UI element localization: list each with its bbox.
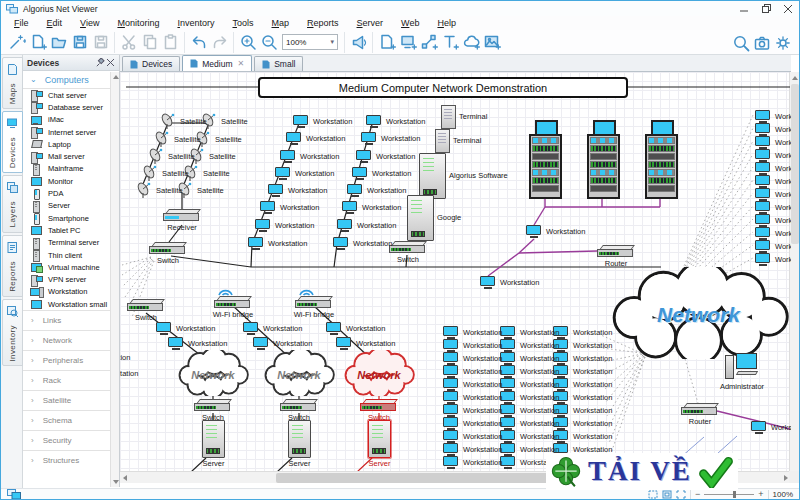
device-item-laptop[interactable]: Laptop	[23, 138, 119, 150]
node-workstation[interactable]	[255, 219, 272, 233]
sidebar-tab-maps[interactable]: Maps	[2, 57, 23, 109]
add-image-button[interactable]	[481, 32, 502, 53]
open-button[interactable]	[48, 32, 69, 53]
zoom-level-select[interactable]: 100%▾	[282, 34, 338, 50]
node-workstation[interactable]	[500, 391, 517, 405]
node-switch[interactable]	[127, 299, 165, 312]
node-workstation[interactable]	[755, 214, 772, 228]
section-network[interactable]: ›Network	[23, 330, 119, 350]
device-item-vpn-server[interactable]: VPN server	[23, 273, 119, 285]
node-rack[interactable]	[587, 134, 620, 199]
node-workstation[interactable]	[347, 184, 364, 198]
redo-button[interactable]	[209, 32, 230, 53]
node-switch[interactable]	[389, 241, 427, 254]
node-workstation[interactable]	[500, 326, 517, 340]
node-receiver[interactable]	[163, 209, 201, 222]
node-rack[interactable]	[529, 134, 562, 199]
node-network[interactable]: Network	[177, 350, 249, 400]
node-workstation[interactable]	[356, 150, 373, 164]
vertical-scroll-thumb[interactable]	[791, 84, 799, 244]
device-item-workstation[interactable]: Workstation	[23, 286, 119, 298]
node-workstation[interactable]	[333, 237, 350, 251]
node-terminal[interactable]	[441, 105, 456, 129]
node-network[interactable]: Network	[263, 350, 335, 400]
node-workstation[interactable]	[500, 365, 517, 379]
sidebar-tab-layers[interactable]: Layers	[2, 175, 23, 232]
node-workstation[interactable]	[443, 339, 460, 353]
node-switch[interactable]	[280, 399, 318, 412]
close-tab-icon[interactable]: ✕	[237, 60, 244, 68]
node-workstation[interactable]	[286, 132, 303, 146]
restore-button[interactable]	[757, 3, 775, 14]
node-router[interactable]	[681, 403, 719, 416]
device-item-pda[interactable]: PDA	[23, 187, 119, 199]
panel-close-icon[interactable]	[105, 58, 115, 68]
node-workstation[interactable]	[755, 201, 772, 215]
add-cloud-button[interactable]	[460, 32, 481, 53]
zoom-in-button[interactable]	[237, 32, 258, 53]
node-network[interactable]: Network	[343, 350, 415, 400]
node-switch[interactable]	[360, 399, 398, 412]
add-link-button[interactable]	[418, 32, 439, 53]
pin-icon[interactable]	[95, 58, 105, 68]
device-item-thin-client[interactable]: Thin client	[23, 249, 119, 261]
node-network[interactable]: Network	[601, 267, 791, 363]
node-server[interactable]	[368, 420, 391, 458]
node-satellite[interactable]	[135, 182, 153, 203]
fit-selection-icon[interactable]	[648, 490, 658, 499]
section-structures[interactable]: ›Structures	[23, 450, 119, 470]
node-workstation[interactable]	[500, 352, 517, 366]
menu-edit[interactable]: Edit	[38, 16, 72, 30]
node-workstation[interactable]	[443, 378, 460, 392]
menu-file[interactable]: File	[5, 16, 38, 30]
node-workstation[interactable]	[168, 337, 185, 351]
add-text-button[interactable]	[439, 32, 460, 53]
node-administrator[interactable]	[725, 353, 759, 381]
node-workstation[interactable]	[755, 253, 772, 267]
menu-monitoring[interactable]: Monitoring	[108, 16, 168, 30]
device-item-database-server[interactable]: Database server	[23, 101, 119, 113]
sidebar-tab-inventory[interactable]: Inventory	[2, 299, 23, 367]
node-workstation[interactable]	[260, 201, 277, 215]
node-workstation[interactable]	[443, 456, 460, 470]
settings-button[interactable]	[772, 32, 793, 53]
section-security[interactable]: ›Security	[23, 430, 119, 450]
node-workstation[interactable]	[443, 430, 460, 444]
device-item-monitor[interactable]: Monitor	[23, 175, 119, 187]
node-workstation[interactable]	[755, 240, 772, 254]
node-rack[interactable]	[645, 134, 678, 199]
node-workstation[interactable]	[751, 421, 768, 435]
menu-tools[interactable]: Tools	[223, 16, 262, 30]
section-computers[interactable]: ⌄ Computers	[23, 71, 119, 88]
node-workstation[interactable]	[443, 365, 460, 379]
node-workstation[interactable]	[500, 378, 517, 392]
device-item-internet-server[interactable]: Internet server	[23, 126, 119, 138]
zoom-out-button[interactable]	[258, 32, 279, 53]
section-rack[interactable]: ›Rack	[23, 370, 119, 390]
new-map-button[interactable]	[27, 32, 48, 53]
device-item-mainframe[interactable]: Mainframe	[23, 163, 119, 175]
zoom-out-minus[interactable]: −	[695, 490, 700, 499]
node-workstation[interactable]	[443, 443, 460, 457]
screenshot-button[interactable]	[751, 32, 772, 53]
wizard-button[interactable]	[6, 32, 27, 53]
horizontal-scroll-thumb[interactable]	[276, 473, 586, 483]
node-workstation[interactable]	[755, 188, 772, 202]
node-workstation[interactable]	[253, 337, 270, 351]
node-workstation[interactable]	[361, 132, 378, 146]
node-workstation[interactable]	[443, 352, 460, 366]
node-workstation[interactable]	[755, 123, 772, 137]
save-all-button[interactable]	[90, 32, 111, 53]
tab-devices[interactable]: Devices	[122, 56, 180, 71]
search-button[interactable]	[730, 32, 751, 53]
sidebar-tab-reports[interactable]: Reports	[2, 235, 23, 297]
node-router[interactable]	[597, 245, 635, 258]
node-terminal[interactable]	[435, 129, 450, 153]
device-item-smartphone[interactable]: Smartphone	[23, 212, 119, 224]
map-canvas[interactable]: Medium Computer Network Demonstration Sa…	[120, 72, 791, 471]
node-workstation[interactable]	[500, 430, 517, 444]
node-workstation[interactable]	[755, 136, 772, 150]
node-workstation[interactable]	[280, 150, 297, 164]
undo-button[interactable]	[188, 32, 209, 53]
close-button[interactable]	[779, 3, 797, 14]
